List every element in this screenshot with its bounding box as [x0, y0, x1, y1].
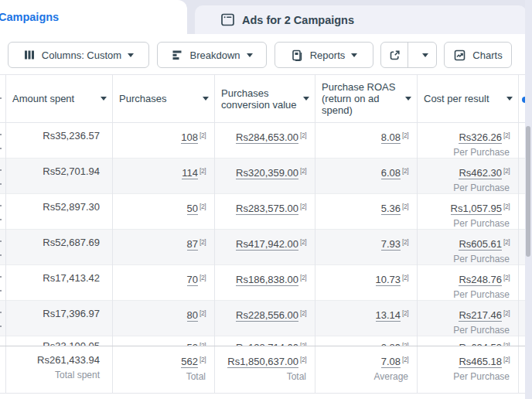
footnote-marker: [2] — [200, 203, 206, 210]
total-amount-spent: Rs261,433.94 Total spent — [6, 346, 113, 393]
metric-link[interactable]: 10.73 — [376, 274, 401, 286]
chevron-down-icon[interactable] — [506, 97, 513, 101]
metric-link[interactable]: 53 — [187, 342, 198, 346]
metric-link[interactable]: Rs462.30 — [459, 167, 502, 179]
metric-link[interactable]: 80 — [187, 309, 198, 322]
footnote-marker: [2] — [300, 309, 306, 317]
footnote-marker: [2] — [200, 167, 206, 175]
table-row[interactable]: Rs17,413.42 70[2] Rs186,838.00[2] 10.73[… — [0, 265, 525, 301]
table-row[interactable]: Rs17,396.97 80[2] Rs228,556.00[2] 13.14[… — [0, 301, 525, 336]
metric-link[interactable]: Rs326.26 — [459, 131, 502, 144]
column-header-purchases[interactable]: Purchases — [113, 75, 215, 122]
export-button[interactable] — [381, 43, 408, 67]
metric-link[interactable]: Rs1,057.95 — [451, 203, 503, 215]
metric-link[interactable]: 5.36 — [381, 203, 401, 215]
column-header-cost-per-result[interactable]: Cost per result — [418, 75, 519, 122]
metric-link[interactable]: Rs465.18 — [459, 356, 502, 368]
metric-link[interactable]: 7.93 — [381, 238, 401, 251]
metric-link[interactable]: Rs128,714.00 — [236, 342, 298, 346]
clipped-right-column — [519, 301, 525, 336]
tab-campaigns[interactable]: Campaigns — [0, 0, 187, 34]
metric-link[interactable]: Rs186,838.00 — [236, 274, 298, 286]
total-roas: 7.08[2] Average — [315, 346, 418, 393]
clipped-text-fragment — [0, 326, 2, 327]
clipped-text-fragment — [0, 254, 2, 256]
cell-amount-spent: Rs52,687.69 — [6, 230, 113, 265]
cell-amount-spent: Rs35,236.57 — [6, 123, 113, 159]
metric-link[interactable]: Rs624.53 — [459, 342, 502, 346]
cell-conversion-value: Rs186,838.00[2] — [215, 265, 315, 301]
metric-link[interactable]: 3.89 — [381, 342, 401, 346]
metric-link[interactable]: 8.08 — [381, 131, 401, 144]
export-options-button[interactable] — [414, 43, 436, 67]
column-header-amount-spent[interactable]: Amount spent — [6, 75, 113, 122]
footnote-marker: [2] — [300, 167, 306, 175]
vertical-scrollbar-thumb[interactable] — [526, 126, 530, 257]
table-row[interactable]: Rs52,701.94 114[2] Rs320,359.00[2] 6.08[… — [0, 159, 525, 194]
chevron-down-icon[interactable] — [203, 97, 209, 101]
cell-purchases: 50[2] — [113, 194, 215, 230]
toolbar: Columns: Custom Breakdown Reports Charts — [0, 34, 532, 74]
cell-purchases: 70[2] — [113, 265, 215, 301]
column-header-conversion-value[interactable]: Purchases conversion value — [215, 75, 315, 122]
footnote-marker: [2] — [503, 167, 510, 175]
metric-link[interactable]: 114 — [182, 167, 198, 179]
cell-amount-spent: Rs52,897.30 — [6, 194, 113, 230]
metric-link[interactable]: 562 — [181, 356, 198, 368]
clipped-text-fragment — [0, 219, 2, 220]
footnote-marker: [2] — [503, 131, 510, 139]
metric-link[interactable]: Rs284,653.00 — [236, 131, 298, 144]
metric-link[interactable]: Rs417,942.00 — [236, 238, 298, 251]
metric-link[interactable]: Rs605.61 — [459, 238, 502, 251]
column-header-label: Purchases — [119, 93, 200, 104]
clipped-text-fragment — [0, 97, 2, 99]
chevron-down-icon[interactable] — [405, 97, 411, 101]
chevron-down-icon[interactable] — [101, 97, 107, 101]
metric-link[interactable]: 7.08 — [381, 356, 401, 368]
metric-link[interactable]: 13.14 — [376, 309, 401, 322]
footnote-marker: [2] — [200, 342, 206, 346]
metric-link[interactable]: 6.08 — [381, 167, 401, 179]
metrics-table: Amount spent Purchases Purchases convers… — [0, 74, 525, 394]
vertical-scrollbar-track[interactable] — [525, 0, 532, 399]
footnote-marker: [2] — [503, 342, 510, 346]
footnote-marker: [2] — [402, 342, 408, 346]
table-row[interactable]: Rs52,687.69 87[2] Rs417,942.00[2] 7.93[2… — [0, 230, 525, 265]
table-row[interactable]: Rs52,897.30 50[2] Rs283,575.00[2] 5.36[2… — [0, 194, 525, 230]
metric-link[interactable]: Rs228,556.00 — [236, 309, 298, 322]
cell-conversion-value: Rs228,556.00[2] — [215, 301, 315, 336]
export-icon — [388, 49, 401, 62]
table-row[interactable]: Rs35,236.57 108[2] Rs284,653.00[2] 8.08[… — [0, 123, 525, 159]
breakdown-button[interactable]: Breakdown — [157, 42, 267, 68]
charts-button[interactable]: Charts — [444, 42, 512, 68]
columns-button[interactable]: Columns: Custom — [8, 42, 149, 68]
clipped-text-fragment — [0, 290, 2, 292]
clipped-left-column — [0, 265, 6, 301]
table-row-partial[interactable]: Rs33,100.05 53[2] Rs128,714.00[2] 3.89[2… — [0, 336, 525, 346]
clipped-right-column — [519, 194, 525, 230]
total-label: Total — [218, 371, 306, 383]
footnote-marker: [2] — [200, 309, 206, 317]
clipped-left-column — [0, 336, 6, 346]
tab-ads-for-campaigns[interactable]: Ads for 2 Campaigns — [195, 5, 527, 34]
metric-link[interactable]: 50 — [187, 203, 198, 215]
metric-link[interactable]: 87 — [187, 238, 198, 251]
metric-link[interactable]: 70 — [187, 274, 198, 286]
export-split-button — [380, 42, 437, 68]
metric-link[interactable]: Rs248.76 — [459, 274, 502, 286]
per-result-label: Per Purchase — [421, 147, 510, 159]
chevron-down-icon — [128, 53, 134, 57]
tab-ads-label: Ads for 2 Campaigns — [242, 14, 354, 26]
footnote-marker: [2] — [503, 238, 510, 246]
column-header-roas[interactable]: Purchase ROAS (return on ad spend) — [315, 75, 418, 122]
metric-link[interactable]: Rs283,575.00 — [236, 203, 298, 215]
metric-link[interactable]: Rs217.46 — [459, 309, 502, 322]
metric-link[interactable]: 108 — [181, 131, 198, 144]
reports-button[interactable]: Reports — [275, 42, 373, 68]
clipped-text-fragment — [0, 312, 2, 313]
metric-link[interactable]: Rs1,850,637.00 — [227, 356, 298, 368]
clipped-right-column — [519, 265, 525, 301]
chevron-down-icon[interactable] — [303, 97, 309, 101]
clipped-right-column — [519, 123, 525, 159]
metric-link[interactable]: Rs320,359.00 — [236, 167, 298, 179]
